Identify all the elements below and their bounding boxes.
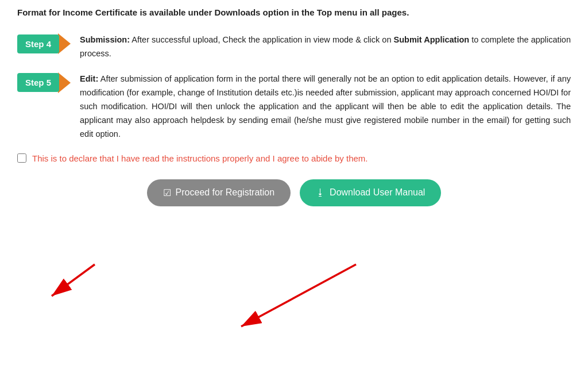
declaration-row: This is to declare that I have read the …	[17, 152, 571, 166]
step4-text: Submission: After successful upload, Che…	[80, 33, 571, 61]
step4-arrow	[58, 33, 71, 54]
step4-title: Submission:	[80, 35, 130, 44]
step5-badge: Step 5	[17, 73, 59, 92]
download-label: Download User Manual	[330, 187, 425, 198]
content-area: Format for Income Certificate is availab…	[0, 0, 588, 218]
step5-arrow	[58, 72, 71, 93]
income-cert-note: Format for Income Certificate is availab…	[17, 6, 571, 20]
step4-body: After successful upload, Check the appli…	[80, 35, 571, 58]
download-button[interactable]: ⭳ Download User Manual	[300, 179, 441, 206]
step5-body: After submission of application form in …	[80, 74, 571, 139]
proceed-icon: ☑	[163, 187, 171, 198]
step5-badge-wrapper: Step 5	[17, 72, 71, 93]
svg-line-2	[241, 264, 356, 326]
step5-row: Step 5 Edit: After submission of applica…	[17, 72, 571, 141]
page-container: Format for Income Certificate is availab…	[0, 0, 588, 392]
buttons-row: ☑ Proceed for Registration ⭳ Download Us…	[17, 179, 571, 206]
step5-title: Edit:	[80, 74, 98, 83]
declaration-text: This is to declare that I have read the …	[32, 152, 368, 166]
svg-line-1	[52, 264, 95, 296]
declaration-checkbox[interactable]	[17, 153, 26, 163]
step4-badge-wrapper: Step 4	[17, 33, 71, 54]
proceed-button[interactable]: ☑ Proceed for Registration	[147, 179, 291, 206]
step5-text: Edit: After submission of application fo…	[80, 72, 571, 141]
download-icon: ⭳	[316, 187, 325, 198]
proceed-label: Proceed for Registration	[176, 187, 275, 198]
step4-badge: Step 4	[17, 34, 59, 53]
step4-row: Step 4 Submission: After successful uplo…	[17, 33, 571, 61]
